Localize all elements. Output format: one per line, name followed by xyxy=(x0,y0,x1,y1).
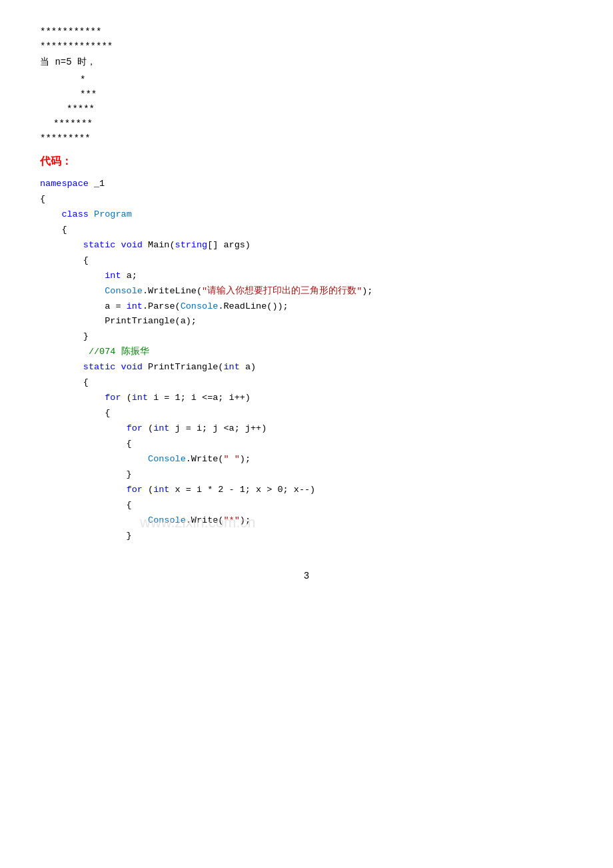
code-close7: } xyxy=(40,529,573,544)
code-close3: } xyxy=(40,329,573,345)
code-parse: a = int.Parse(Console.ReadLine()); xyxy=(40,299,573,315)
code-console-write: Console.WriteLine("请输入你想要打印出的三角形的行数"); xyxy=(40,284,573,299)
code-for3: for (int x = i * 2 - 1; x > 0; x--) xyxy=(40,483,573,498)
code-open1: { xyxy=(40,192,573,207)
code-main-sig: static void Main(string[] args) xyxy=(40,238,573,253)
when-label: 当 n=5 时， xyxy=(40,56,573,68)
code-int-a: int a; xyxy=(40,269,573,284)
code-print-call: PrintTriangle(a); xyxy=(40,314,573,329)
code-print-sig: static void PrintTriangle(int a) xyxy=(40,360,573,375)
star-line-1: *********** xyxy=(40,27,573,37)
code-comment: //074 陈振华 xyxy=(40,345,573,360)
code-console-star: Console.Write("*"); xyxy=(40,513,573,529)
triangle-row-4: ******* xyxy=(53,119,573,129)
code-close6: } xyxy=(40,467,573,483)
code-open5: { xyxy=(40,406,573,421)
code-open4: { xyxy=(40,375,573,391)
page-number: 3 xyxy=(40,571,573,581)
code-console-space: Console.Write(" "); xyxy=(40,452,573,467)
triangle-row-3: ***** xyxy=(67,104,573,115)
code-open2: { xyxy=(40,223,573,238)
code-block: www.zixin.com.cn namespace _1 { class Pr… xyxy=(40,177,573,544)
star-line-2: ************* xyxy=(40,41,573,52)
code-for1: for (int i = 1; i <=a; i++) xyxy=(40,391,573,406)
triangle-row-5: ********* xyxy=(40,133,573,144)
code-namespace: namespace _1 xyxy=(40,177,573,192)
triangle-row-1: * xyxy=(80,75,573,85)
code-for2: for (int j = i; j <a; j++) xyxy=(40,421,573,437)
code-class: class Program xyxy=(40,207,573,223)
code-open6: { xyxy=(40,437,573,452)
triangle-row-2: *** xyxy=(80,89,573,100)
code-open7: { xyxy=(40,498,573,513)
code-open3: { xyxy=(40,253,573,269)
section-title: 代码： xyxy=(40,155,573,169)
page-content: *********** ************* 当 n=5 时， * ***… xyxy=(40,27,573,581)
